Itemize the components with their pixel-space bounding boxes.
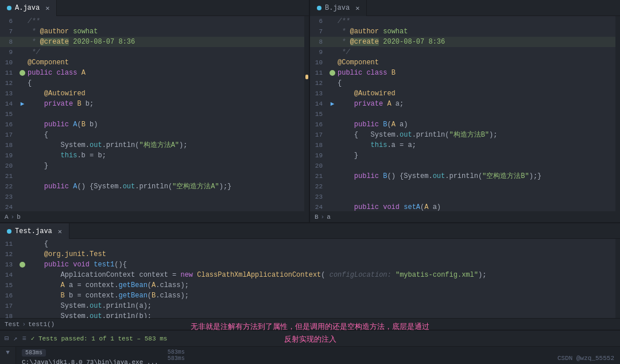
editor-b: 6/** 7 * @author sowhat 8 * @create 2020… [310,16,620,211]
tab-dot-b [317,6,321,10]
collapse-icon[interactable]: ⊟ [5,334,9,343]
breadcrumb-b: B › a [310,211,620,222]
external-link-icon[interactable]: ↗ [13,334,17,343]
timing-badge: 583ms [22,349,46,357]
scrollbar-a[interactable] [304,16,309,211]
scrollbar-b[interactable] [615,16,620,211]
watermark: CSDN @wzq_55552 [557,355,614,362]
output-icon-1[interactable]: ▼ [6,349,10,356]
run-icon[interactable]: ≡ [22,335,26,343]
console-line-1: C:\Java\jdk1.8.0_73\bin\java.exe ... [22,358,158,364]
tab-b-java[interactable]: B.java ✕ [310,0,367,16]
tab-b-label: B.java [325,4,350,12]
tab-dot-test [7,229,11,234]
console-output: 583ms C:\Java\jdk1.8.0_73\bin\java.exe .… [16,347,620,364]
editor-test: 11 { 12 @org.junit.Test 13 public void t… [0,239,620,318]
tab-dot-a [7,6,11,10]
editor-a: 6/** 7 * @author sowhat 8 * @create 2020… [0,16,310,211]
output-left-sidebar: ▼ [0,347,16,364]
timing-detail-2: 583ms [168,355,185,362]
tab-b-close[interactable]: ✕ [355,4,359,13]
tab-a-java[interactable]: A.java ✕ [0,0,57,16]
test-status: ✓ Tests passed: 1 of 1 test – 583 ms [31,335,168,342]
timing-detail-1: 583ms [168,349,185,355]
tab-test-label: Test.java [15,227,52,235]
scrollbar-test[interactable] [615,239,620,318]
tab-a-close[interactable]: ✕ [45,4,49,13]
tab-a-label: A.java [15,4,40,12]
tab-test-close[interactable]: ✕ [58,227,62,236]
breadcrumb-a: A › b [0,211,310,222]
tab-test-java[interactable]: Test.java ✕ [0,223,69,239]
output-area: ⊟ ↗ ≡ ✓ Tests passed: 1 of 1 test – 583 … [0,330,620,364]
